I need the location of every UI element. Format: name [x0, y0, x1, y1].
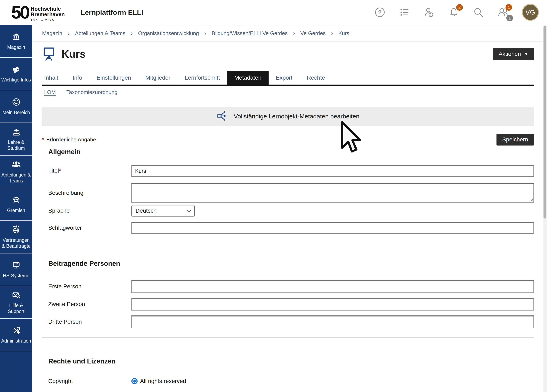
- chevron-right-icon: ›: [293, 30, 295, 37]
- sidebar-item-hilfe-support[interactable]: ? Hilfe & Support: [0, 286, 32, 319]
- sprache-select[interactable]: Deutsch: [131, 205, 195, 216]
- breadcrumb-item[interactable]: Bildung/Wissen/ELLI Ve Gerdes: [212, 30, 288, 37]
- sidebar-item-label: Hilfe & Support: [1, 303, 31, 314]
- actions-button-label: Aktionen: [499, 51, 521, 57]
- section-title-allgemein: Allgemein: [48, 148, 534, 156]
- sidebar-item-administration[interactable]: Administration: [0, 319, 32, 351]
- schlagwoerter-label: Schlagwörter: [42, 224, 131, 231]
- required-note: Erforderliche Angabe: [46, 136, 96, 143]
- help-icon[interactable]: ?: [374, 7, 386, 18]
- required-asterisk: *: [42, 136, 44, 143]
- sidebar-item-label: Magazin: [7, 44, 25, 50]
- contacts-icon[interactable]: 1 1: [497, 7, 509, 18]
- beschreibung-textarea[interactable]: [131, 183, 534, 203]
- sidebar-item-gremien[interactable]: Gremien: [0, 188, 32, 221]
- sidebar-item-mein-bereich[interactable]: Mein Bereich: [0, 90, 32, 123]
- breadcrumb-item[interactable]: Abteilungen & Teams: [75, 30, 125, 37]
- sidebar-item-label: Gremien: [7, 208, 25, 213]
- copyright-radio-selected[interactable]: [131, 378, 137, 384]
- copyright-option: All rights reserved: [131, 378, 534, 385]
- radio-dot: [133, 380, 136, 383]
- university-logo: 50 Hochschule Bremerhaven 1975 – 2025: [11, 3, 65, 22]
- sprache-selected-value: Deutsch: [136, 208, 157, 214]
- titel-required-asterisk: *: [59, 168, 61, 174]
- edit-full-metadata-banner[interactable]: Vollständige Lernobjekt-Metadaten bearbe…: [42, 107, 534, 126]
- breadcrumb-item[interactable]: Kurs: [338, 30, 349, 37]
- section-title-beitragende: Beitragende Personen: [48, 260, 534, 267]
- main-sidebar: Magazin Wichtige Infos Mein Bereich Lehr…: [0, 25, 32, 392]
- breadcrumb: Magazin › Abteilungen & Teams › Organisa…: [32, 25, 543, 42]
- sidebar-item-label: Mein Bereich: [2, 110, 30, 115]
- contacts-badge-total: 1: [506, 15, 513, 21]
- field-row-beschreibung: Beschreibung: [42, 183, 534, 203]
- sidebar-item-label: HS-Systeme: [3, 273, 29, 278]
- notification-badge: 2: [456, 4, 463, 11]
- section-divider: [42, 337, 534, 338]
- tab-export[interactable]: Export: [269, 71, 300, 85]
- banner-label: Vollständige Lernobjekt-Metadaten bearbe…: [234, 113, 359, 120]
- zweite-person-label: Zweite Person: [42, 301, 131, 307]
- chevron-right-icon: ›: [68, 30, 70, 37]
- zweite-person-input[interactable]: [131, 298, 534, 311]
- save-button[interactable]: Speichern: [497, 134, 534, 146]
- dritte-person-label: Dritte Person: [42, 318, 131, 325]
- caret-down-icon: ▼: [524, 52, 528, 56]
- sidebar-item-label: Vertretungen & Beauftragte: [1, 237, 31, 249]
- who-is-online-icon[interactable]: !: [423, 7, 435, 18]
- sidebar-item-magazin[interactable]: Magazin: [0, 25, 32, 58]
- sidebar-item-abteilungen-teams[interactable]: Abteilungen & Teams: [0, 155, 32, 188]
- breadcrumb-item[interactable]: Ve Gerdes: [301, 30, 326, 37]
- tab-einstellungen[interactable]: Einstellungen: [89, 71, 138, 85]
- page-head: Kurs Aktionen ▼: [42, 46, 534, 61]
- tab-mitglieder[interactable]: Mitglieder: [138, 71, 178, 85]
- sidebar-item-wichtige-infos[interactable]: Wichtige Infos: [0, 58, 32, 90]
- section-title-rechte: Rechte und Lizenzen: [48, 357, 534, 365]
- monitor-icon: ***: [12, 260, 21, 271]
- field-row-titel: Titel*: [42, 165, 534, 177]
- sidebar-item-vertretungen[interactable]: Vertretungen & Beauftragte: [0, 221, 32, 253]
- logo-50: 50: [11, 4, 28, 20]
- app-title: Lernplattform ELLI: [81, 8, 143, 16]
- main-content: Kurs Aktionen ▼ Inhalt Info Einstellunge…: [32, 42, 543, 392]
- user-avatar[interactable]: VG: [522, 4, 539, 21]
- erste-person-input[interactable]: [131, 280, 534, 293]
- sidebar-item-lehre-studium[interactable]: Lehre & Studium: [0, 123, 32, 155]
- copyright-label: Copyright: [42, 378, 131, 385]
- subtab-lom[interactable]: LOM: [44, 89, 56, 95]
- actions-button[interactable]: Aktionen ▼: [493, 48, 534, 60]
- committee-icon: [12, 195, 21, 205]
- contacts-badge-new: 1: [506, 4, 512, 11]
- sidebar-item-label: Lehre & Studium: [1, 139, 31, 151]
- chevron-right-icon: ›: [204, 30, 206, 37]
- list-view-icon[interactable]: [399, 7, 410, 18]
- beschreibung-label: Beschreibung: [42, 190, 131, 196]
- notifications-bell-icon[interactable]: 2: [448, 7, 459, 18]
- subtab-taxonomiezuordnung[interactable]: Taxonomiezuordnung: [66, 89, 117, 95]
- schlagwoerter-input[interactable]: [131, 222, 534, 234]
- breadcrumb-item[interactable]: Organisationsentwicklung: [138, 30, 199, 37]
- dritte-person-input[interactable]: [131, 315, 534, 328]
- field-row-schlagwoerter: Schlagwörter: [42, 222, 534, 234]
- chevron-right-icon: ›: [331, 30, 333, 37]
- tab-metadaten[interactable]: Metadaten: [227, 71, 269, 85]
- tab-bar: Inhalt Info Einstellungen Mitglieder Ler…: [42, 71, 534, 86]
- titel-label-text: Titel: [48, 168, 59, 174]
- vertical-scrollbar[interactable]: [543, 25, 547, 392]
- megaphone-icon: [12, 65, 21, 75]
- search-icon[interactable]: [473, 7, 484, 18]
- svg-text:***: ***: [14, 263, 18, 266]
- breadcrumb-item[interactable]: Magazin: [42, 30, 62, 37]
- field-row-copyright: Copyright All rights reserved: [42, 378, 534, 385]
- share-hub-icon: [216, 110, 228, 123]
- sidebar-item-hs-systeme[interactable]: *** HS-Systeme: [0, 253, 32, 286]
- books-grad-icon: [12, 127, 21, 137]
- tab-rechte[interactable]: Rechte: [300, 71, 332, 85]
- scrollbar-thumb[interactable]: [544, 26, 546, 219]
- field-row-sprache: Sprache Deutsch: [42, 205, 534, 216]
- tab-info[interactable]: Info: [66, 71, 89, 85]
- logo-text: Hochschule Bremerhaven 1975 – 2025: [31, 6, 65, 22]
- header-icon-bar: ? !: [374, 4, 539, 21]
- titel-input[interactable]: [131, 165, 534, 177]
- tab-lernfortschritt[interactable]: Lernfortschritt: [178, 71, 227, 85]
- tab-inhalt[interactable]: Inhalt: [42, 71, 66, 85]
